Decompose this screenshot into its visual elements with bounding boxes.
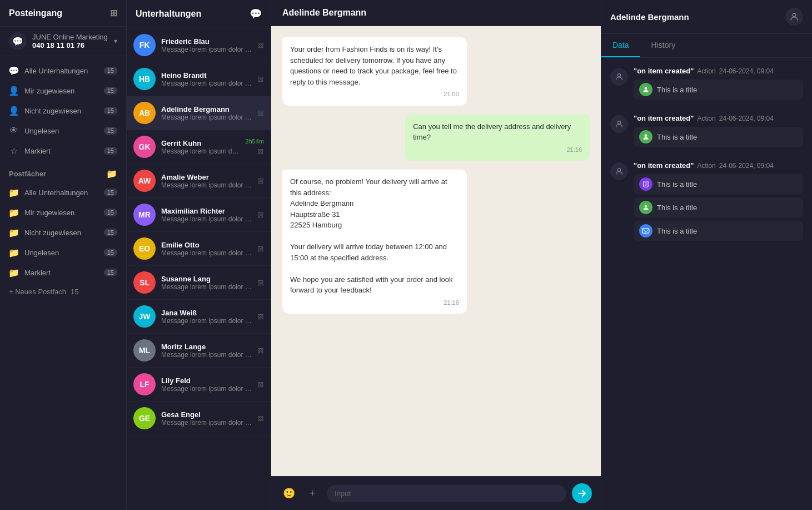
conv-preview: Message lorem ipsum dolor est ... [161, 419, 252, 427]
activity-sub-item: This is a title [634, 174, 803, 194]
conv-info: Adelinde Bergmann Message lorem ipsum do… [161, 105, 252, 121]
svg-point-0 [793, 13, 796, 17]
sidebar-item-alle-pf[interactable]: 📁 Alle Unterhaltungen 15 [0, 182, 126, 202]
conv-info: Moritz Lange Message lorem ipsum dolor e… [161, 343, 252, 359]
conv-preview: Message lorem ipsum dolor est ... [161, 283, 252, 291]
activity-sub-avatar-icon [639, 177, 652, 191]
conversation-item-c11[interactable]: LF Lily Feld Message lorem ipsum dolor e… [127, 368, 271, 402]
conv-avatar: GE [133, 407, 156, 429]
chat-icon: 💬 [9, 66, 19, 76]
send-button[interactable] [572, 483, 592, 503]
svg-point-3 [617, 121, 620, 124]
activity-user-avatar [610, 162, 628, 180]
nav-label: Nicht zugewiesen [24, 107, 81, 115]
account-chevron-icon[interactable]: ▾ [114, 37, 117, 45]
nav-label: Mir zugewiesen [24, 87, 74, 95]
badge-mir: 15 [104, 87, 117, 95]
chat-input[interactable] [327, 485, 566, 502]
activity-sub-avatar-icon [639, 224, 652, 237]
svg-rect-11 [642, 229, 649, 233]
tab-history[interactable]: History [640, 34, 687, 57]
conv-preview: Message lorem ipsum dolor est ... [161, 147, 240, 155]
conv-name: Susanne Lang [161, 275, 252, 283]
conversation-item-c2[interactable]: HB Heino Brandt Message lorem ipsum dolo… [127, 62, 271, 96]
activity-sub-item: This is a title [634, 127, 803, 147]
activity-sub-item: This is a title [634, 80, 803, 100]
activity-tag: "on item created" [634, 114, 694, 122]
tab-data[interactable]: Data [601, 34, 640, 57]
conversation-item-c5[interactable]: AW Amalie Weber Message lorem ipsum dolo… [127, 164, 271, 198]
activity-sub-item: This is a title [634, 221, 803, 241]
conv-avatar: GK [133, 136, 156, 158]
conv-meta: ⊠ [257, 244, 264, 253]
right-panel-tabs: DataHistory [601, 34, 812, 58]
badge-nicht-pf: 15 [104, 229, 117, 236]
whatsapp-account[interactable]: 💬 JUNE Online Marketing 040 18 11 01 76 … [0, 27, 126, 56]
conv-avatar: SL [133, 271, 156, 294]
badge-markiert-pf: 15 [104, 269, 117, 276]
activity-item-a3: "on item created" Action 24-06-2024, 09:… [610, 161, 803, 244]
nav-label: Ungelesen [24, 249, 59, 257]
sidebar-item-markiert[interactable]: ☆ Markiert 15 [0, 141, 126, 161]
pin-icon: ⊠ [257, 41, 264, 49]
activity-sub-item: This is a title [634, 197, 803, 217]
conversation-item-c3[interactable]: AB Adelinde Bergmann Message lorem ipsum… [127, 96, 271, 130]
conversation-item-c8[interactable]: SL Susanne Lang Message lorem ipsum dolo… [127, 266, 271, 300]
chat-messages: Your order from Fashion Finds is on its … [271, 26, 601, 476]
conv-meta: ⊠ [257, 75, 264, 83]
emoji-button[interactable]: 🙂 [280, 484, 298, 502]
activity-time: 24-06-2024, 09:04 [719, 67, 774, 75]
conversation-item-c1[interactable]: FK Friederic Blau Message lorem ipsum do… [127, 28, 271, 62]
sidebar-item-alle-unterhaltungen[interactable]: 💬 Alle Unterhaltungen 15 [0, 61, 126, 81]
activity-action-label: Action [697, 115, 715, 122]
sidebar-item-nicht-zugewiesen[interactable]: 👤 Nicht zugewiesen 15 [0, 101, 126, 121]
sidebar-item-mir-zugewiesen[interactable]: 👤 Mir zugewiesen 15 [0, 81, 126, 101]
sidebar-item-mir-pf[interactable]: 📁 Mir zugewiesen 15 [0, 202, 126, 222]
conv-meta: ⊠ [257, 414, 264, 423]
activity-action-label: Action [697, 162, 715, 170]
svg-point-4 [645, 134, 647, 137]
add-postfach-button[interactable]: + Neues Postfach 15 [0, 283, 126, 301]
sidebar-item-ungelesen-pf[interactable]: 📁 Ungelesen 15 [0, 242, 126, 263]
sidebar-nav: 💬 Alle Unterhaltungen 15 👤 Mir zugewiese… [0, 56, 126, 510]
conv-name: Jana Weiß [161, 309, 252, 317]
activity-user-avatar [610, 68, 628, 86]
conversation-item-c7[interactable]: EO Emilie Otto Message lorem ipsum dolor… [127, 232, 271, 266]
pin-icon: ⊠ [257, 278, 264, 287]
conv-name: Emilie Otto [161, 241, 252, 249]
sidebar-item-markiert-pf[interactable]: 📁 Markiert 15 [0, 263, 126, 283]
conv-info: Lily Feld Message lorem ipsum dolor est … [161, 377, 252, 393]
conversation-item-c4[interactable]: GK Gerrit Kuhn Message lorem ipsum dolor… [127, 130, 271, 164]
pin-icon: ⊠ [257, 176, 264, 185]
folder-ungelesen-icon: 📁 [9, 247, 19, 258]
conv-info: Gesa Engel Message lorem ipsum dolor est… [161, 410, 252, 427]
pin-icon: ⊠ [257, 75, 264, 83]
right-panel-content: "on item created" Action 24-06-2024, 09:… [601, 58, 812, 510]
conv-info: Heino Brandt Message lorem ipsum dolor e… [161, 71, 252, 87]
chat-contact-name: Adelinde Bergmann [282, 8, 366, 17]
sidebar-item-ungelesen[interactable]: 👁 Ungelesen 15 [0, 121, 126, 141]
activity-body: "on item created" Action 24-06-2024, 09:… [634, 161, 803, 244]
conv-meta: ⊠ [257, 380, 264, 389]
layout-icon[interactable]: ⊞ [110, 8, 117, 18]
conv-info: Gerrit Kuhn Message lorem ipsum dolor es… [161, 139, 240, 155]
page-title: Posteingang ⊞ [9, 8, 117, 18]
attach-button[interactable]: + [303, 484, 321, 502]
conv-info: Maximilian Richter Message lorem ipsum d… [161, 207, 252, 223]
conv-name: Gerrit Kuhn [161, 139, 240, 147]
badge-ungelesen-pf: 15 [104, 249, 117, 256]
conversation-item-c6[interactable]: MR Maximilian Richter Message lorem ipsu… [127, 198, 271, 232]
conversation-item-c12[interactable]: GE Gesa Engel Message lorem ipsum dolor … [127, 402, 271, 435]
postfacher-label: Postfächer [9, 170, 46, 178]
conversation-item-c9[interactable]: JW Jana Weiß Message lorem ipsum dolor e… [127, 300, 271, 334]
sidebar-item-nicht-pf[interactable]: 📁 Nicht zugewiesen 15 [0, 222, 126, 242]
conv-avatar: LF [133, 373, 156, 395]
conv-avatar: ML [133, 339, 156, 362]
badge-ungelesen: 15 [104, 127, 117, 135]
nav-label: Nicht zugewiesen [24, 229, 81, 237]
conv-preview: Message lorem ipsum dolor est ... [161, 80, 252, 87]
activity-action-label: Action [697, 67, 715, 75]
activity-time: 24-06-2024, 09:04 [719, 115, 774, 122]
conversation-item-c10[interactable]: ML Moritz Lange Message lorem ipsum dolo… [127, 334, 271, 368]
activity-header: "on item created" Action 24-06-2024, 09:… [634, 67, 803, 75]
